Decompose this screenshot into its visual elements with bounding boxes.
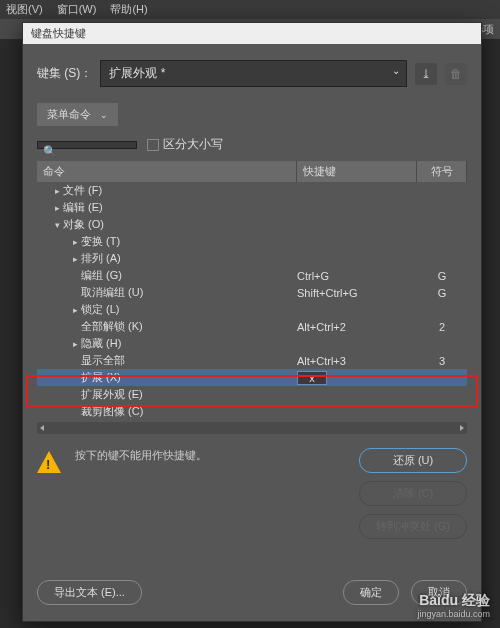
category-label: 菜单命令 xyxy=(47,108,91,120)
tree-row[interactable]: 编组 (G)Ctrl+GG xyxy=(37,267,467,284)
tree-row[interactable]: ▸隐藏 (H) xyxy=(37,335,467,352)
command-label: 文件 (F) xyxy=(63,183,297,198)
set-value: 扩展外观 * xyxy=(109,66,165,80)
tree-row[interactable]: 裁剪图像 (C) xyxy=(37,403,467,420)
warning-icon: ! xyxy=(37,451,61,473)
command-label: 对象 (O) xyxy=(63,217,297,232)
chevron-right-icon[interactable]: ▸ xyxy=(69,305,81,315)
chevron-down-icon: ⌄ xyxy=(392,65,400,76)
command-label: 显示全部 xyxy=(81,353,297,368)
table-header: 命令 快捷键 符号 xyxy=(37,161,467,182)
shortcut-cell: Ctrl+G xyxy=(297,270,417,282)
chevron-right-icon[interactable]: ▸ xyxy=(51,186,63,196)
app-menubar: 视图(V) 窗口(W) 帮助(H) xyxy=(0,0,500,19)
command-label: 排列 (A) xyxy=(81,251,297,266)
case-sensitive-checkbox[interactable]: 区分大小写 xyxy=(147,136,223,153)
header-symbol: 符号 xyxy=(417,161,467,182)
command-label: 编组 (G) xyxy=(81,268,297,283)
chevron-down-icon[interactable]: ▾ xyxy=(51,220,63,230)
search-icon: 🔍 xyxy=(43,145,57,158)
menu-window[interactable]: 窗口(W) xyxy=(57,2,97,17)
command-label: 扩展 (X) xyxy=(81,370,297,385)
command-label: 隐藏 (H) xyxy=(81,336,297,351)
chevron-right-icon[interactable]: ▸ xyxy=(69,339,81,349)
command-label: 锁定 (L) xyxy=(81,302,297,317)
set-label: 键集 (S)： xyxy=(37,65,92,82)
shortcut-cell: Alt+Ctrl+3 xyxy=(297,355,417,367)
tree-row[interactable]: 扩展外观 (E) xyxy=(37,386,467,403)
menu-view[interactable]: 视图(V) xyxy=(6,2,43,17)
shortcut-cell[interactable]: x xyxy=(297,371,417,385)
symbol-cell: 3 xyxy=(417,355,467,367)
menu-help[interactable]: 帮助(H) xyxy=(110,2,147,17)
export-text-button[interactable]: 导出文本 (E)... xyxy=(37,580,142,605)
keyboard-shortcuts-dialog: 键盘快捷键 键集 (S)： 扩展外观 * ⌄ ⤓ 🗑 菜单命令 ⌄ 🔍 区分大小… xyxy=(22,22,482,622)
shortcut-cell: Alt+Ctrl+2 xyxy=(297,321,417,333)
tree-row[interactable]: 取消编组 (U)Shift+Ctrl+GG xyxy=(37,284,467,301)
delete-set-icon: 🗑 xyxy=(445,63,467,85)
horizontal-scrollbar[interactable] xyxy=(37,422,467,434)
dialog-title: 键盘快捷键 xyxy=(23,23,481,44)
tree-row[interactable]: ▸变换 (T) xyxy=(37,233,467,250)
header-shortcut: 快捷键 xyxy=(297,161,417,182)
tree-row[interactable]: 扩展 (X)x xyxy=(37,369,467,386)
search-input[interactable]: 🔍 xyxy=(37,141,137,149)
tree-row[interactable]: ▸文件 (F) xyxy=(37,182,467,199)
save-set-icon[interactable]: ⤓ xyxy=(415,63,437,85)
command-label: 变换 (T) xyxy=(81,234,297,249)
command-label: 扩展外观 (E) xyxy=(81,387,297,402)
command-label: 裁剪图像 (C) xyxy=(81,404,297,419)
clear-button: 清除 (C) xyxy=(359,481,467,506)
chevron-right-icon[interactable]: ▸ xyxy=(69,237,81,247)
category-dropdown[interactable]: 菜单命令 ⌄ xyxy=(37,103,118,126)
tree-row[interactable]: 全部解锁 (K)Alt+Ctrl+22 xyxy=(37,318,467,335)
shortcut-cell: Shift+Ctrl+G xyxy=(297,287,417,299)
symbol-cell: 2 xyxy=(417,321,467,333)
command-tree[interactable]: ▸文件 (F)▸编辑 (E)▾对象 (O)▸变换 (T)▸排列 (A)编组 (G… xyxy=(37,182,467,420)
chevron-down-icon: ⌄ xyxy=(100,110,108,120)
watermark: Baidu 经验 jingyan.baidu.com xyxy=(417,592,490,620)
tree-row[interactable]: ▸排列 (A) xyxy=(37,250,467,267)
header-command: 命令 xyxy=(37,161,297,182)
chevron-right-icon[interactable]: ▸ xyxy=(51,203,63,213)
chevron-right-icon[interactable]: ▸ xyxy=(69,254,81,264)
tree-row[interactable]: ▸编辑 (E) xyxy=(37,199,467,216)
command-label: 取消编组 (U) xyxy=(81,285,297,300)
tree-row[interactable]: 显示全部Alt+Ctrl+33 xyxy=(37,352,467,369)
symbol-cell: G xyxy=(417,270,467,282)
warning-text: 按下的键不能用作快捷键。 xyxy=(75,448,349,463)
command-label: 编辑 (E) xyxy=(63,200,297,215)
ok-button[interactable]: 确定 xyxy=(343,580,399,605)
goto-conflict-button: 转到冲突处 (G) xyxy=(359,514,467,539)
symbol-cell: G xyxy=(417,287,467,299)
command-label: 全部解锁 (K) xyxy=(81,319,297,334)
checkbox-icon xyxy=(147,139,159,151)
undo-button[interactable]: 还原 (U) xyxy=(359,448,467,473)
tree-row[interactable]: ▾对象 (O) xyxy=(37,216,467,233)
case-label: 区分大小写 xyxy=(163,136,223,153)
set-dropdown[interactable]: 扩展外观 * ⌄ xyxy=(100,60,407,87)
tree-row[interactable]: ▸锁定 (L) xyxy=(37,301,467,318)
